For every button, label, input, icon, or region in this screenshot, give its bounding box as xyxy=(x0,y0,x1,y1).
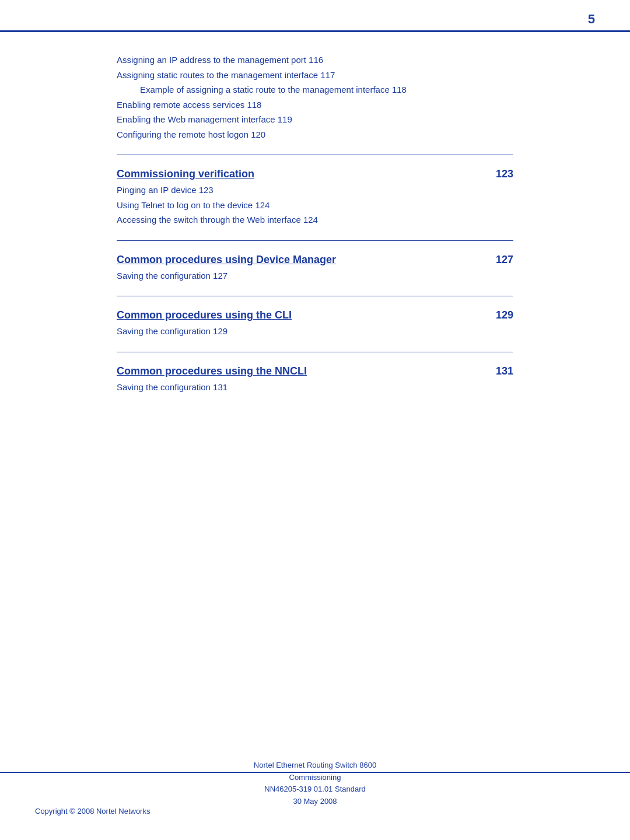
toc-entry[interactable]: Using Telnet to log on to the device 124 xyxy=(117,198,513,213)
section-title[interactable]: Commissioning verification xyxy=(117,168,254,180)
toc-entry[interactable]: Enabling the Web management interface 11… xyxy=(117,112,513,127)
footer-line2: Commissioning xyxy=(0,772,630,784)
toc-entry[interactable]: Assigning static routes to the managemen… xyxy=(117,68,513,83)
footer-line1: Nortel Ethernet Routing Switch 8600 xyxy=(0,760,630,772)
toc-section-common-procedures-cli: Common procedures using the CLI129Saving… xyxy=(117,309,513,352)
copyright-text: Copyright © 2008 Nortel Networks xyxy=(35,807,150,816)
toc-section-commissioning-verification: Commissioning verification123Pinging an … xyxy=(117,168,513,241)
section-page-number: 131 xyxy=(496,365,513,377)
section-page-number: 129 xyxy=(496,309,513,321)
toc-entry[interactable]: Assigning an IP address to the managemen… xyxy=(117,52,513,68)
section-header-row: Common procedures using Device Manager12… xyxy=(117,254,513,266)
footer-line3: NN46205-319 01.01 Standard xyxy=(0,783,630,796)
section-header-row: Common procedures using the CLI129 xyxy=(117,309,513,321)
toc-entry[interactable]: Example of assigning a static route to t… xyxy=(117,82,513,97)
toc-section-common-procedures-nncli: Common procedures using the NNCLI131Savi… xyxy=(117,365,513,408)
section-page-number: 127 xyxy=(496,254,513,266)
toc-entry[interactable]: Configuring the remote host logon 120 xyxy=(117,127,513,142)
section-title[interactable]: Common procedures using the NNCLI xyxy=(117,365,307,377)
section-title[interactable]: Common procedures using the CLI xyxy=(117,309,292,321)
footer-line4: 30 May 2008 xyxy=(0,796,630,808)
toc-entry[interactable]: Enabling remote access services 118 xyxy=(117,97,513,113)
section-title[interactable]: Common procedures using Device Manager xyxy=(117,254,336,266)
section-header-row: Commissioning verification123 xyxy=(117,168,513,180)
toc-content: Assigning an IP address to the managemen… xyxy=(117,52,513,407)
toc-entry[interactable]: Accessing the switch through the Web int… xyxy=(117,212,513,228)
toc-entry[interactable]: Saving the configuration 127 xyxy=(117,268,513,284)
footer-center: Nortel Ethernet Routing Switch 8600 Comm… xyxy=(0,760,630,808)
toc-entry[interactable]: Pinging an IP device 123 xyxy=(117,183,513,198)
toc-section-common-procedures-device-manager: Common procedures using Device Manager12… xyxy=(117,254,513,297)
section-page-number: 123 xyxy=(496,168,513,180)
entries-section-top: Assigning an IP address to the managemen… xyxy=(117,52,513,155)
footer-copyright: Copyright © 2008 Nortel Networks xyxy=(35,807,150,816)
toc-entry[interactable]: Saving the configuration 131 xyxy=(117,380,513,395)
section-header-row: Common procedures using the NNCLI131 xyxy=(117,365,513,377)
toc-entry[interactable]: Saving the configuration 129 xyxy=(117,324,513,339)
